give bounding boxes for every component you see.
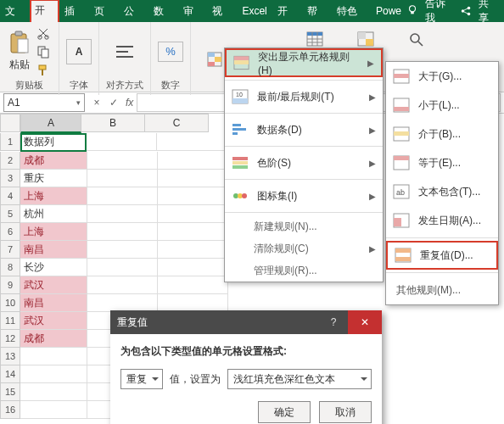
row-header[interactable]: 8 (0, 259, 20, 276)
row-header[interactable]: 3 (0, 170, 20, 187)
cell[interactable]: 成都 (20, 330, 87, 348)
cell[interactable]: 南昌 (20, 241, 87, 259)
font-button[interactable]: A (66, 39, 92, 64)
rule-other[interactable]: 其他规则(M)... (386, 276, 498, 304)
cell[interactable]: 长沙 (20, 259, 87, 276)
cell[interactable]: 上海 (20, 187, 87, 205)
help-button[interactable]: ? (319, 316, 348, 328)
cell[interactable] (87, 205, 158, 223)
confirm-fx-button[interactable]: ✓ (105, 97, 122, 109)
row-header[interactable]: 6 (0, 223, 20, 241)
menu-color-scales[interactable]: 色阶(S)▶ (225, 149, 383, 176)
tab-dev[interactable]: 开发 (272, 0, 302, 22)
name-box[interactable]: A1 ▾ (3, 93, 85, 112)
rule-equal[interactable]: 等于(E)... (386, 148, 498, 177)
tab-review[interactable]: 审阅 (178, 0, 208, 22)
cell[interactable]: 杭州 (20, 205, 87, 223)
col-header-b[interactable]: B (81, 114, 145, 132)
cell[interactable] (87, 259, 158, 276)
find-button[interactable] (402, 27, 431, 51)
cancel-fx-button[interactable]: × (88, 97, 105, 109)
type-select[interactable]: 重复 (120, 369, 163, 389)
row-header[interactable]: 15 (0, 383, 20, 401)
row-header[interactable]: 5 (0, 205, 20, 223)
format-painter-button[interactable] (35, 62, 52, 79)
dialog-titlebar[interactable]: 重复值 ? ✕ (110, 310, 382, 334)
cell[interactable] (157, 133, 227, 151)
menu-top-bottom[interactable]: 10 最前/最后规则(T)▶ (225, 83, 383, 110)
menu-new-rule[interactable]: 新建规则(N)... (225, 215, 383, 237)
cell[interactable] (158, 152, 228, 170)
tab-insert[interactable]: 插入 (59, 0, 89, 22)
cut-button[interactable] (35, 25, 52, 42)
cell[interactable] (158, 187, 228, 205)
cell[interactable] (158, 259, 228, 276)
menu-icon-sets[interactable]: 图标集(I)▶ (225, 182, 383, 209)
tab-help[interactable]: 帮助 (302, 0, 332, 22)
row-header[interactable]: 2 (0, 152, 20, 170)
cell[interactable] (158, 170, 228, 187)
col-header-c[interactable]: C (145, 114, 209, 132)
cell[interactable] (87, 276, 158, 294)
close-button[interactable]: ✕ (348, 310, 382, 334)
rule-greater[interactable]: 大于(G)... (386, 62, 498, 91)
paste-button[interactable]: 粘贴 (7, 29, 32, 74)
col-header-a[interactable]: A (20, 114, 81, 133)
rule-between[interactable]: 介于(B)... (386, 120, 498, 148)
row-header[interactable]: 13 (0, 348, 20, 365)
row-header[interactable]: 16 (0, 401, 20, 419)
format-select[interactable]: 浅红填充色深红色文本 (227, 369, 372, 389)
menu-manage-rules[interactable]: 管理规则(R)... (225, 259, 383, 282)
cell[interactable] (158, 294, 228, 312)
cell[interactable] (87, 294, 158, 312)
cell[interactable]: 武汉 (20, 312, 87, 330)
cell[interactable] (87, 133, 157, 151)
rule-less[interactable]: 小于(L)... (386, 91, 498, 120)
ok-button[interactable]: 确定 (258, 401, 311, 423)
cell[interactable]: 武汉 (20, 276, 87, 294)
row-header[interactable]: 14 (0, 365, 20, 383)
cell[interactable] (20, 348, 87, 365)
tab-formulas[interactable]: 公式 (119, 0, 148, 22)
cell[interactable] (158, 205, 228, 223)
row-header[interactable]: 1 (0, 133, 20, 151)
rule-contains[interactable]: ab文本包含(T)... (386, 177, 498, 206)
tab-view[interactable]: 视图 (207, 0, 237, 22)
row-header[interactable]: 4 (0, 187, 20, 205)
cell[interactable] (87, 170, 158, 187)
cell[interactable] (158, 276, 228, 294)
menu-data-bars[interactable]: 数据条(D)▶ (225, 116, 383, 143)
align-button[interactable] (113, 42, 137, 61)
fx-label[interactable]: fx (122, 97, 137, 109)
menu-clear-rules[interactable]: 清除规则(C)▶ (225, 237, 383, 259)
tab-excel[interactable]: Excel (237, 0, 272, 22)
rule-date[interactable]: 发生日期(A)... (386, 206, 498, 235)
cell[interactable] (20, 383, 87, 401)
tab-file[interactable]: 文件 (0, 0, 30, 22)
menu-highlight-rules[interactable]: 突出显示单元格规则(H)▶ (225, 48, 383, 77)
cell[interactable] (87, 152, 158, 170)
number-button[interactable]: % (158, 42, 183, 62)
cell[interactable] (158, 223, 228, 241)
tab-home[interactable]: 开始 (30, 0, 59, 23)
row-header[interactable]: 11 (0, 312, 20, 330)
tab-layout[interactable]: 页面 (89, 0, 119, 22)
cell[interactable]: 数据列 (20, 133, 87, 152)
cell[interactable]: 南昌 (20, 294, 87, 312)
row-header[interactable]: 7 (0, 241, 20, 259)
cell[interactable] (87, 187, 158, 205)
select-all-corner[interactable] (0, 114, 20, 132)
cancel-button[interactable]: 取消 (319, 401, 372, 423)
cell[interactable] (20, 365, 87, 383)
cell[interactable] (158, 241, 228, 259)
cell[interactable]: 上海 (20, 223, 87, 241)
tab-power[interactable]: Powe (371, 0, 406, 22)
row-header[interactable]: 9 (0, 276, 20, 294)
copy-button[interactable] (35, 43, 52, 60)
rule-duplicate[interactable]: 重复值(D)... (386, 241, 498, 270)
row-header[interactable]: 10 (0, 294, 20, 312)
tab-special[interactable]: 特色功 (332, 0, 371, 22)
cell[interactable] (87, 223, 158, 241)
cell[interactable]: 重庆 (20, 170, 87, 187)
row-header[interactable]: 12 (0, 330, 20, 348)
